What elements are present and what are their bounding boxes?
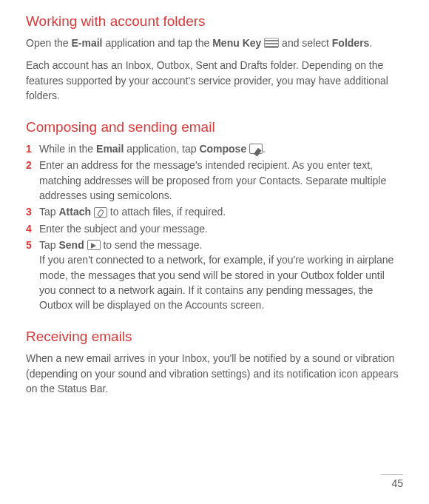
bold-text: Send [58, 239, 84, 251]
text: and select [279, 37, 332, 49]
ordered-list: While in the Email application, tap Comp… [26, 141, 403, 312]
bold-text: E-mail [72, 37, 103, 49]
list-item: Enter the subject and your message. [26, 221, 403, 236]
text: Tap [39, 239, 58, 251]
bold-text: Folders [332, 37, 370, 49]
bold-text: Menu Key [212, 37, 261, 49]
list-item: Enter an address for the message's inten… [26, 158, 403, 203]
paragraph: Each account has an Inbox, Outbox, Sent … [26, 58, 403, 103]
paragraph: When a new email arrives in your Inbox, … [26, 351, 403, 396]
text: . [369, 37, 372, 49]
text: application, tap [124, 143, 199, 155]
paragraph: Open the E-mail application and tap the … [26, 36, 403, 50]
menu-key-icon [264, 38, 279, 48]
heading-receiving-emails: Receiving emails [26, 329, 403, 345]
bold-text: Attach [58, 206, 91, 218]
text: If you aren't connected to a network, fo… [39, 254, 393, 311]
attach-icon [94, 207, 107, 218]
text: . [263, 143, 266, 155]
list-item: While in the Email application, tap Comp… [26, 141, 403, 156]
text: Tap [39, 206, 58, 218]
send-icon [87, 240, 101, 250]
text: application and tap the [103, 37, 213, 49]
heading-working-with-folders: Working with account folders [26, 13, 403, 30]
text: While in the [39, 143, 96, 155]
bold-text: Email [96, 143, 124, 155]
text: Open the [26, 37, 72, 49]
bold-text: Compose [199, 143, 246, 155]
text: to send the message. [101, 239, 203, 251]
list-item: Tap Attach to attach files, if required. [26, 204, 403, 219]
compose-icon [249, 144, 263, 154]
heading-composing-sending: Composing and sending email [26, 119, 403, 135]
list-item: Tap Send to send the message. If you are… [26, 238, 403, 312]
page-number: 45 [381, 474, 403, 489]
text: to attach files, if required. [107, 206, 226, 218]
